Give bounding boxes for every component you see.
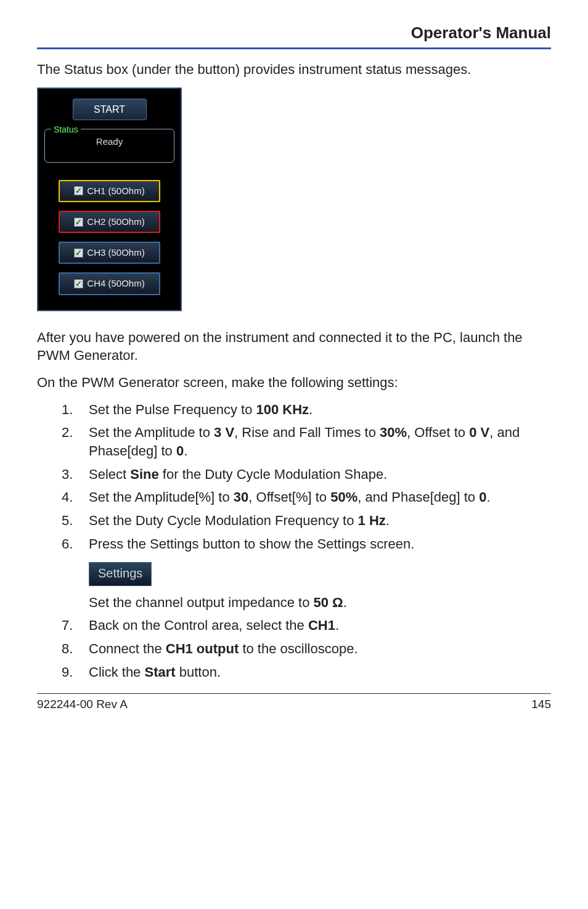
- bold-value: 30%: [380, 425, 407, 440]
- bold-value: CH1 output: [166, 641, 239, 656]
- text: .: [184, 443, 187, 459]
- bold-value: CH1: [308, 618, 335, 633]
- text: Set the Pulse Frequency to: [89, 402, 256, 417]
- text: Set the Duty Cycle Modulation Frequency …: [89, 513, 358, 528]
- manual-title: Operator's Manual: [411, 23, 551, 42]
- checkbox-icon[interactable]: ✓: [74, 186, 83, 195]
- text: Connect the: [89, 641, 166, 656]
- bold-value: 50%: [330, 489, 357, 505]
- channel-button-ch2[interactable]: ✓ CH2 (50Ohm): [59, 211, 160, 233]
- status-box: Status Ready: [44, 129, 174, 162]
- text: .: [343, 595, 347, 610]
- text: Back on the Control area, select the: [89, 618, 308, 633]
- start-button-label: START: [94, 104, 125, 115]
- bold-value: Start: [144, 664, 175, 680]
- list-item: Set the Amplitude to 3 V, Rise and Fall …: [62, 423, 551, 460]
- channel-label: CH1 (50Ohm): [87, 185, 144, 197]
- steps-list: Set the Pulse Frequency to 100 KHz. Set …: [62, 401, 551, 682]
- text: Press the Settings button to show the Se…: [89, 536, 414, 552]
- bold-value: 50 Ω: [313, 595, 343, 610]
- start-button[interactable]: START: [73, 99, 147, 121]
- bold-value: Sine: [130, 467, 158, 482]
- text: .: [335, 618, 339, 633]
- bold-value: 30: [234, 489, 248, 505]
- text: , Offset to: [407, 425, 469, 440]
- text: Set the Amplitude[%] to: [89, 489, 234, 505]
- channel-button-ch1[interactable]: ✓ CH1 (50Ohm): [59, 180, 160, 202]
- channel-button-ch4[interactable]: ✓ CH4 (50Ohm): [59, 272, 160, 295]
- channel-button-ch3[interactable]: ✓ CH3 (50Ohm): [59, 242, 160, 264]
- channel-label: CH2 (50Ohm): [87, 216, 144, 228]
- text: Set the Amplitude to: [89, 425, 214, 440]
- bold-value: 0: [176, 443, 184, 459]
- bold-value: 0: [479, 489, 486, 505]
- list-item: Click the Start button.: [62, 663, 551, 682]
- channel-label: CH4 (50Ohm): [87, 277, 144, 290]
- status-caption: Status: [51, 124, 81, 136]
- settings-button-label: Settings: [98, 566, 142, 580]
- list-item: Connect the CH1 output to the oscillosco…: [62, 640, 551, 658]
- checkbox-icon[interactable]: ✓: [74, 279, 83, 288]
- list-item: Set the Pulse Frequency to 100 KHz.: [62, 401, 551, 419]
- page-header: Operator's Manual: [37, 22, 551, 49]
- text: Click the: [89, 664, 144, 680]
- text: .: [309, 402, 312, 417]
- text: Set the channel output impedance to: [89, 595, 313, 610]
- text: button.: [176, 664, 221, 680]
- text: .: [386, 513, 390, 528]
- text: , Offset[%] to: [248, 489, 330, 505]
- text: Select: [89, 467, 130, 482]
- control-panel: START Status Ready ✓ CH1 (50Ohm) ✓ CH2 (…: [37, 88, 182, 311]
- list-item: Select Sine for the Duty Cycle Modulatio…: [62, 465, 551, 484]
- text: , and Phase[deg] to: [357, 489, 479, 505]
- text: , Rise and Fall Times to: [234, 425, 380, 440]
- text: .: [486, 489, 490, 505]
- settings-button[interactable]: Settings: [89, 562, 152, 586]
- paragraph: After you have powered on the instrument…: [37, 328, 551, 365]
- bold-value: 3 V: [214, 425, 234, 440]
- bold-value: 100 KHz: [256, 402, 309, 417]
- paragraph: On the PWM Generator screen, make the fo…: [37, 373, 551, 392]
- bold-value: 0 V: [469, 425, 489, 440]
- intro-text: The Status box (under the button) provid…: [37, 60, 551, 79]
- bold-value: 1 Hz: [358, 513, 386, 528]
- status-value: Ready: [50, 136, 169, 148]
- list-item: Back on the Control area, select the CH1…: [62, 616, 551, 635]
- text: for the Duty Cycle Modulation Shape.: [159, 467, 388, 482]
- checkbox-icon[interactable]: ✓: [74, 218, 83, 227]
- checkbox-icon[interactable]: ✓: [74, 248, 83, 258]
- text: to the oscilloscope.: [239, 641, 357, 656]
- list-item: Press the Settings button to show the Se…: [62, 535, 551, 611]
- list-item: Set the Amplitude[%] to 30, Offset[%] to…: [62, 488, 551, 507]
- channel-label: CH3 (50Ohm): [87, 247, 144, 259]
- doc-revision: 922244-00 Rev A: [37, 696, 128, 712]
- page-number: 145: [531, 696, 551, 712]
- list-item: Set the Duty Cycle Modulation Frequency …: [62, 512, 551, 530]
- page-footer: 922244-00 Rev A 145: [37, 693, 551, 712]
